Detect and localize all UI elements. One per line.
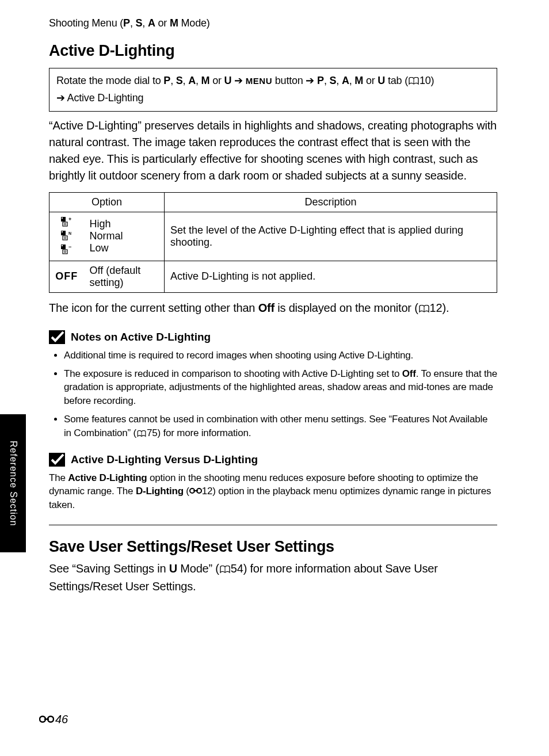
menu-icon: MENU <box>246 76 272 86</box>
breadcrumb: Shooting Menu (P, S, A or M Mode) <box>49 17 497 29</box>
svg-text:+: + <box>68 216 71 222</box>
svg-point-4 <box>64 223 66 225</box>
book-icon <box>409 74 419 90</box>
heading-active-d-lighting: Active D-Lighting <box>49 42 497 60</box>
link-icon <box>189 484 202 498</box>
svg-point-14 <box>64 251 66 253</box>
divider <box>49 525 497 525</box>
page-number: 46 <box>39 713 68 726</box>
note-block-adl: Notes on Active D-Lighting Additional ti… <box>49 330 497 441</box>
save-settings-paragraph: See “Saving Settings in U Mode” (54) for… <box>49 560 497 595</box>
list-item: Some features cannot be used in combinat… <box>64 413 497 441</box>
sidebar-reference-tab: Reference Section <box>0 414 26 552</box>
svg-rect-13 <box>63 250 67 254</box>
note-block-versus: Active D-Lighting Versus D-Lighting The … <box>49 453 497 512</box>
svg-text:−: − <box>68 244 71 250</box>
svg-rect-7 <box>62 231 63 232</box>
adl-high-icon: + <box>60 216 73 227</box>
list-item: The exposure is reduced in comparison to… <box>64 367 497 408</box>
adl-low-icon: − <box>60 244 73 254</box>
svg-text:N: N <box>68 231 71 235</box>
svg-rect-2 <box>62 217 63 219</box>
adl-normal-icon: N <box>60 230 73 240</box>
note-check-icon <box>49 330 65 344</box>
svg-rect-8 <box>63 236 67 240</box>
book-icon <box>220 562 230 578</box>
monitor-note: The icon for the current setting other t… <box>49 300 497 318</box>
note-check-icon <box>49 453 65 467</box>
svg-rect-12 <box>62 245 63 246</box>
th-description: Description <box>165 192 497 212</box>
options-table: Option Description + N − High Normal Low… <box>49 192 497 293</box>
heading-save-user-settings: Save User Settings/Reset User Settings <box>49 538 497 556</box>
table-row: OFF Off (default setting) Active D-Light… <box>49 261 497 292</box>
th-option: Option <box>49 192 165 212</box>
table-row: + N − High Normal Low Set the level of t… <box>49 212 497 261</box>
svg-point-9 <box>64 237 66 239</box>
book-icon <box>137 427 146 441</box>
link-icon <box>39 713 54 726</box>
book-icon <box>419 301 429 318</box>
svg-rect-3 <box>63 222 67 226</box>
navigation-path-box: Rotate the mode dial to P, S, A, M or U … <box>49 68 497 112</box>
body-paragraph: “Active D-Lighting” preserves details in… <box>49 117 497 184</box>
list-item: Additional time is required to record im… <box>64 349 497 362</box>
off-icon: OFF <box>49 261 84 292</box>
